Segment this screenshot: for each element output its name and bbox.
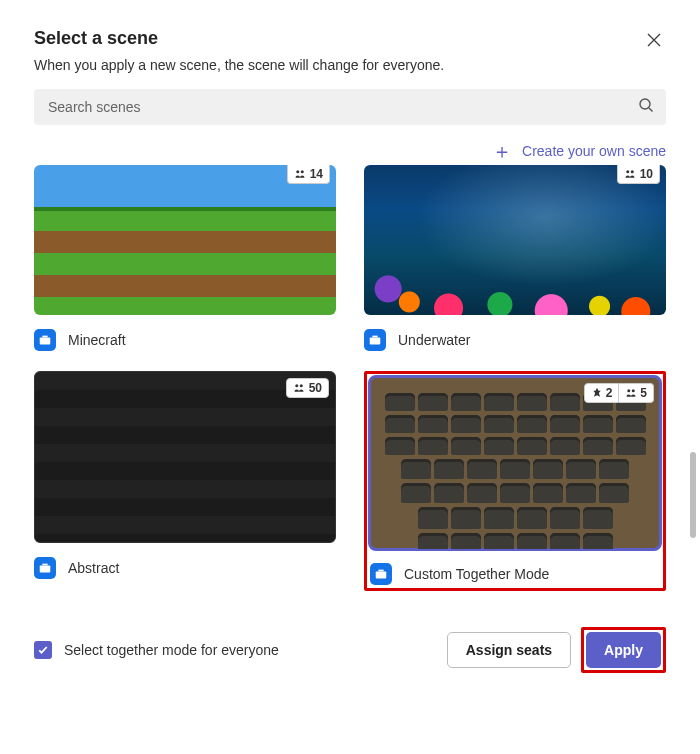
scene-thumb[interactable]: 50 [34, 371, 336, 543]
dialog-header: Select a scene When you apply a new scen… [34, 28, 666, 73]
apply-button[interactable]: Apply [586, 632, 661, 668]
svg-rect-6 [370, 337, 381, 344]
plus-icon: ＋ [492, 141, 512, 161]
svg-point-8 [299, 384, 302, 387]
scene-badge-icon [34, 329, 56, 351]
select-scene-dialog: Select a scene When you apply a new scen… [0, 0, 700, 701]
scene-thumb[interactable]: 2 5 [370, 377, 660, 549]
svg-point-0 [640, 99, 650, 109]
scene-label: Abstract [68, 560, 119, 576]
scene-label: Custom Together Mode [404, 566, 549, 582]
seat-badge: 14 [287, 165, 330, 184]
dialog-title: Select a scene [34, 28, 444, 49]
scene-label: Underwater [398, 332, 470, 348]
close-icon [646, 32, 662, 48]
scene-thumb[interactable]: 14 [34, 165, 336, 315]
seat-badge: 10 [617, 165, 660, 184]
close-button[interactable] [642, 28, 666, 56]
create-scene-link[interactable]: ＋ Create your own scene [492, 141, 666, 161]
checkmark-icon [37, 644, 49, 656]
svg-point-7 [295, 384, 298, 387]
together-mode-checkbox[interactable] [34, 641, 52, 659]
scene-badge-icon [34, 557, 56, 579]
search-field [34, 89, 666, 125]
people-icon [625, 387, 637, 399]
people-icon [293, 382, 305, 394]
scene-thumb[interactable]: 10 [364, 165, 666, 315]
scene-badge-icon [364, 329, 386, 351]
svg-point-5 [630, 170, 633, 173]
scene-badge-icon [370, 563, 392, 585]
search-input[interactable] [34, 89, 666, 125]
scrollbar-thumb[interactable] [690, 452, 696, 538]
create-scene-label: Create your own scene [522, 143, 666, 159]
scene-card-custom-together: 2 5 Custom Together Mode [364, 371, 666, 591]
svg-point-1 [296, 170, 299, 173]
svg-point-10 [628, 389, 631, 392]
checkbox-label: Select together mode for everyone [64, 642, 279, 658]
svg-point-11 [632, 389, 635, 392]
assign-seats-button[interactable]: Assign seats [447, 632, 571, 668]
scene-card-underwater: 10 Underwater [364, 165, 666, 351]
svg-rect-12 [376, 571, 387, 578]
seat-badge: 50 [286, 378, 329, 398]
dialog-subtitle: When you apply a new scene, the scene wi… [34, 57, 444, 73]
people-icon [624, 168, 636, 180]
seat-badge-pair: 2 5 [584, 383, 654, 403]
people-icon [294, 168, 306, 180]
svg-rect-3 [40, 337, 51, 344]
svg-point-4 [626, 170, 629, 173]
scene-grid: 14 Minecraft 10 Underwate [34, 171, 666, 591]
svg-rect-9 [40, 565, 51, 572]
dialog-footer: Select together mode for everyone Assign… [34, 627, 666, 673]
pin-icon [591, 387, 603, 399]
scene-label: Minecraft [68, 332, 126, 348]
scene-card-abstract: 50 Abstract [34, 371, 336, 591]
search-icon [638, 97, 654, 117]
auditorium-seats [384, 393, 646, 549]
scene-card-minecraft: 14 Minecraft [34, 165, 336, 351]
svg-point-2 [300, 170, 303, 173]
